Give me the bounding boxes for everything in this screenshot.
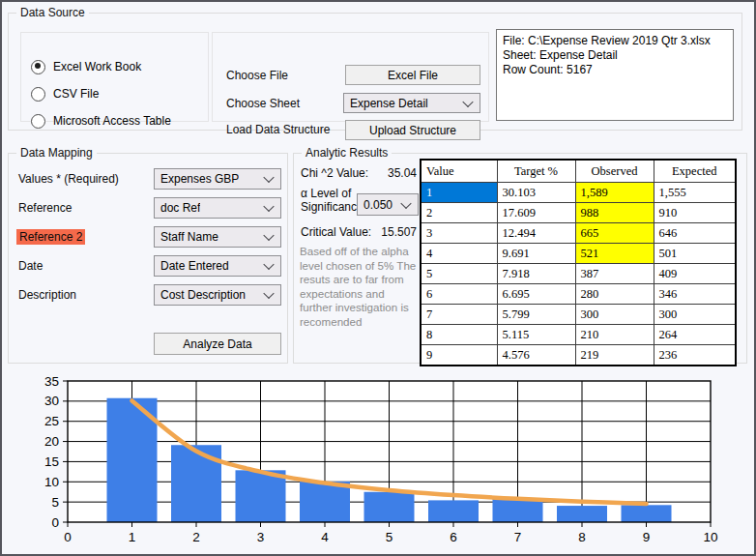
cell-observed[interactable]: 988	[575, 203, 654, 223]
choose-file-label: Choose File	[226, 68, 288, 83]
radio-excel-workbook[interactable]: Excel Work Book	[31, 59, 141, 74]
reference2-select[interactable]: Staff Name	[154, 226, 281, 248]
column-header[interactable]: Observed	[575, 160, 654, 183]
bar	[493, 499, 543, 522]
table-row[interactable]: 57.918387409	[421, 264, 736, 284]
cell-target[interactable]: 7.918	[497, 264, 575, 284]
table-row[interactable]: 66.695280346	[421, 284, 736, 305]
reference-select[interactable]: doc Ref	[154, 197, 281, 219]
date-label: Date	[18, 258, 43, 274]
benford-chart-svg: 05101520253035012345678910	[14, 366, 744, 551]
results-table[interactable]: ValueTarget %ObservedExpected130.1031,58…	[420, 159, 737, 366]
cell-expected[interactable]: 300	[654, 305, 736, 325]
cell-observed[interactable]: 300	[575, 305, 654, 325]
table-row[interactable]: 75.799300300	[421, 305, 736, 325]
table-header-row: ValueTarget %ObservedExpected	[421, 160, 736, 183]
radio-unselected-icon[interactable]	[31, 114, 45, 129]
column-header[interactable]: Value	[421, 160, 497, 183]
cell-expected[interactable]: 501	[654, 244, 736, 264]
x-tick-label: 9	[643, 530, 651, 544]
cell-value[interactable]: 7	[421, 305, 497, 325]
table-row[interactable]: 312.494665646	[421, 223, 736, 244]
cell-expected[interactable]: 1,555	[654, 183, 736, 203]
sheet-select-value: Expense Detail	[344, 97, 428, 110]
table-row[interactable]: 217.609988910	[421, 203, 736, 223]
y-tick-label: 0	[51, 515, 59, 530]
cell-target[interactable]: 9.691	[497, 244, 575, 264]
cell-target[interactable]: 17.609	[497, 203, 575, 223]
bar	[171, 445, 221, 522]
table-row[interactable]: 94.576219236	[421, 345, 736, 366]
cell-observed[interactable]: 219	[575, 345, 654, 366]
chevron-down-icon	[462, 96, 473, 106]
choose-sheet-label: Choose Sheet	[226, 96, 300, 111]
column-header[interactable]: Target %	[497, 160, 575, 183]
y-tick-label: 5	[51, 495, 59, 510]
benford-chart: 05101520253035012345678910	[14, 366, 744, 551]
cell-observed[interactable]: 665	[575, 223, 654, 244]
data-source-title: Data Source	[16, 6, 89, 19]
cell-target[interactable]: 4.576	[497, 345, 575, 366]
radio-label: Microsoft Access Table	[53, 114, 171, 128]
cell-value[interactable]: 8	[421, 325, 497, 345]
cell-expected[interactable]: 409	[654, 264, 736, 284]
bar	[622, 505, 672, 522]
upload-structure-button[interactable]: Upload Structure	[345, 120, 480, 140]
alpha-select[interactable]: 0.050	[357, 193, 419, 216]
load-structure-label: Load Data Structure	[226, 122, 330, 137]
alpha-label-line2: Significance	[301, 199, 363, 215]
values-select[interactable]: Expenses GBP	[154, 168, 281, 190]
radio-label: Excel Work Book	[53, 60, 141, 73]
x-tick-label: 5	[386, 530, 393, 544]
cell-target[interactable]: 12.494	[497, 223, 575, 244]
reference2-highlight: Reference 2	[16, 229, 85, 245]
data-mapping-group: Data Mapping Values * (Required) Expense…	[8, 153, 288, 364]
cell-target[interactable]: 6.695	[497, 284, 575, 305]
chevron-down-icon	[263, 201, 274, 212]
table-row[interactable]: 130.1031,5891,555	[421, 183, 736, 203]
cell-target[interactable]: 5.799	[497, 305, 575, 325]
column-header[interactable]: Expected	[654, 160, 736, 183]
description-select[interactable]: Cost Description	[154, 284, 281, 306]
sheet-select[interactable]: Expense Detail	[343, 93, 480, 113]
cell-observed[interactable]: 1,589	[575, 183, 654, 203]
cell-value[interactable]: 2	[421, 203, 497, 223]
radio-selected-icon[interactable]	[31, 60, 45, 74]
date-select[interactable]: Date Entered	[154, 255, 281, 277]
cell-expected[interactable]: 646	[654, 223, 736, 244]
cell-value[interactable]: 4	[421, 244, 497, 264]
cell-observed[interactable]: 387	[575, 264, 654, 284]
cell-observed[interactable]: 521	[575, 244, 654, 264]
radio-csv-file[interactable]: CSV File	[31, 86, 99, 102]
cell-expected[interactable]: 236	[654, 345, 736, 366]
cell-expected[interactable]: 910	[654, 203, 736, 223]
reference-label: Reference	[18, 200, 72, 216]
cell-observed[interactable]: 280	[575, 284, 654, 305]
chevron-down-icon	[263, 230, 274, 241]
cell-value[interactable]: 6	[421, 284, 497, 305]
cell-observed[interactable]: 210	[575, 325, 654, 345]
cell-expected[interactable]: 264	[654, 325, 736, 345]
cell-target[interactable]: 5.115	[497, 325, 575, 345]
cell-value[interactable]: 1	[421, 183, 497, 203]
radio-unselected-icon[interactable]	[31, 87, 45, 102]
analyze-data-button[interactable]: Analyze Data	[154, 333, 281, 355]
x-tick-label: 7	[514, 530, 522, 544]
x-tick-label: 4	[321, 530, 329, 544]
table-row[interactable]: 85.115210264	[421, 325, 736, 345]
cell-target[interactable]: 30.103	[497, 183, 575, 203]
cell-value[interactable]: 9	[421, 345, 497, 366]
cell-expected[interactable]: 346	[654, 284, 736, 305]
bar	[364, 492, 415, 522]
bar	[300, 482, 350, 522]
excel-file-button[interactable]: Excel File	[345, 65, 480, 85]
table-row[interactable]: 49.691521501	[421, 244, 736, 264]
analysis-note: Based off of the alpha level chosen of 5…	[300, 245, 420, 329]
cell-value[interactable]: 5	[421, 264, 497, 284]
y-tick-label: 10	[44, 475, 59, 489]
x-tick-label: 6	[450, 530, 457, 544]
radio-access-table[interactable]: Microsoft Access Table	[31, 113, 171, 129]
bar	[428, 500, 479, 522]
cell-value[interactable]: 3	[421, 223, 497, 244]
chevron-down-icon	[263, 172, 274, 183]
